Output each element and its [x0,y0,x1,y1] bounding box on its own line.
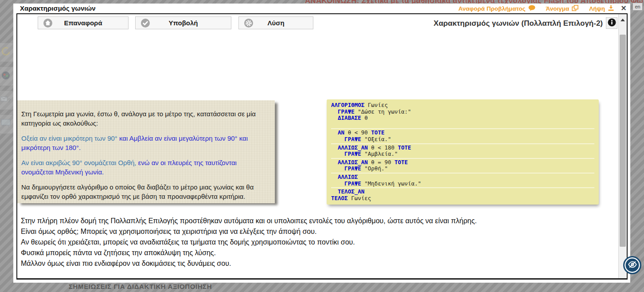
close-button[interactable]: × [621,3,626,13]
code-block[interactable]: ΑΛΛΙΩΣ ΓΡΑΨΕ "Μηδενική γωνία." [331,173,594,187]
instruction-line: Είναι όμως ορθός; Μπορείς να χρησιμοποιή… [21,226,477,237]
crescent-arc-icon [1,47,11,58]
report-problem-label: Αναφορά Προβλήματος [458,5,525,12]
download-icon [608,4,614,12]
open-label: Άνοιγμα [546,5,570,12]
gear-icon [244,18,254,29]
home-icon [43,18,53,29]
open-link[interactable]: Άνοιγμα [546,5,579,12]
code-line: ΑΛΓΟΡΙΘΜΟΣ Γωνίες [331,102,594,109]
code-block[interactable]: ΤΕΛΟΣ_ΑΝΤΕΛΟΣ Γωνίες [331,187,594,201]
code-line: ΓΡΑΨΕ "Οξεία." [331,136,594,143]
code-panel: ΑΛΓΟΡΙΘΜΟΣ Γωνίες ΓΡΑΨΕ "Δώσε τη γωνία:"… [327,99,599,205]
problem-paragraph-1: Στη Γεωμετρία μια γωνία, έστω θ, ανάλογα… [21,109,269,128]
colored-dots-circle-icon [1,71,11,82]
code-block[interactable]: ΑΛΓΟΡΙΘΜΟΣ Γωνίες ΓΡΑΨΕ "Δώσε τη γωνία:"… [331,102,594,128]
problem-paragraph-4: Να δημιουργήσετε αλγόριθμο ο οποίος θα δ… [21,182,269,201]
language-badge[interactable]: en [632,3,643,11]
activity-content-area: Επαναφορά Υποβολή Λύση Χαρακτηρισμός γων… [16,13,628,280]
reset-button-label: Επαναφορά [64,19,102,27]
solution-button-label: Λύση [267,19,284,27]
info-icon [608,18,616,28]
easel-board-icon [1,119,11,130]
instructions: Στην πλήρη πλέον δομή της Πολλαπλής Επιλ… [21,216,477,269]
code-line: ΑΛΛΙΩΣ_ΑΝ θ = 90 ΤΟΤΕ [331,159,594,166]
code-line: ΑΛΛΙΩΣ [331,174,594,181]
envelope-question-icon: ? [0,95,12,106]
submit-button[interactable]: Υποβολή [135,16,231,29]
teaching-notes-link: ΣΗΜΕΙΩΣΕΙΣ ΓΙΑ ΔΙΔΑΚΤΙΚΗ ΑΞΙΟΠΟΙΗΣΗ [69,283,212,290]
code-block[interactable]: ΑΝ θ < 90 ΤΟΤΕ ΓΡΑΨΕ "Οξεία." [331,128,594,142]
instruction-line: Φυσικά μπορείς πάντα να ζητήσεις την απο… [21,248,477,258]
scroll-up-button[interactable] [619,14,627,26]
hide-solution-button[interactable] [623,256,641,274]
problem-statement-panel: Στη Γεωμετρία μια γωνία, έστω θ, ανάλογα… [17,100,275,203]
code-line: ΓΡΑΨΕ "Δώσε τη γωνία:" [331,109,594,115]
external-window-icon [572,5,578,12]
code-line [331,122,594,128]
code-line: ΤΕΛΟΣ Γωνίες [331,195,594,202]
download-label: Λήψη [589,5,605,12]
reset-button[interactable]: Επαναφορά [38,16,129,29]
code-line: ΓΡΑΨΕ "Αμβλεία." [331,151,594,158]
solution-button[interactable]: Λύση [238,16,313,29]
code-line: ΓΡΑΨΕ "Μηδενική γωνία." [331,181,594,187]
eye-off-icon [628,260,637,271]
code-block[interactable]: ΑΛΛΙΩΣ_ΑΝ θ = 90 ΤΟΤΕ ΓΡΑΨΕ "Ορθή." [331,158,594,172]
instruction-line: Αν θεωρείς ότι χρειάζεται, μπορείς να αν… [21,237,477,248]
code-block[interactable]: ΑΛΛΙΩΣ_ΑΝ θ < 180 ΤΟΤΕ ΓΡΑΨΕ "Αμβλεία." [331,143,594,158]
code-line: ΓΡΑΨΕ "Ορθή." [331,166,594,172]
arrow-up-icon [621,19,625,21]
submit-button-label: Υποβολή [168,19,198,27]
instruction-line: Στην πλήρη πλέον δομή της Πολλαπλής Επιλ… [21,216,477,226]
code-line: ΤΕΛΟΣ_ΑΝ [331,189,594,195]
problem-paragraph-3: Αν είναι ακριβώς 90° ονομάζεται Ορθή, εν… [21,158,269,177]
code-line: ΑΛΛΙΩΣ_ΑΝ θ < 180 ΤΟΤΕ [331,145,594,151]
svg-text:?: ? [8,97,11,104]
scrollbar-thumb[interactable] [620,35,626,247]
title-bar: Χαρακτηρισμός γωνιών Αναφορά Προβλήματος… [13,4,630,13]
angle-characterization-window: Χαρακτηρισμός γωνιών Αναφορά Προβλήματος… [13,4,630,283]
code-line: ΔΙΑΒΑΣΕ θ [331,115,594,122]
check-icon [141,18,150,29]
title-links: Αναφορά Προβλήματος Άνοιγμα Λήψη [458,4,614,13]
problem-paragraph-2: Οξεία αν είναι μικρότερη των 90° και Αμβ… [21,134,269,152]
problem-p2-light: Οξεία αν είναι μικρότερη των 90° [21,134,117,142]
info-button[interactable] [606,17,617,29]
download-link[interactable]: Λήψη [589,4,614,12]
activity-title: Χαρακτηρισμός γωνιών (Πολλαπλή Επιλογή-2… [433,19,603,28]
problem-p3-light: Αν είναι ακριβώς 90° ονομάζεται Ορθή, [21,159,136,166]
instruction-line: Μάλλον όμως είναι πιο ενδιαφέρον να δοκι… [21,258,477,269]
report-problem-link[interactable]: Αναφορά Προβλήματος [458,5,535,12]
speech-bubble-icon [528,5,535,12]
window-title: Χαρακτηρισμός γωνιών [20,4,96,13]
vertical-scrollbar[interactable] [618,14,627,278]
code-line: ΑΝ θ < 90 ΤΟΤΕ [331,130,594,136]
